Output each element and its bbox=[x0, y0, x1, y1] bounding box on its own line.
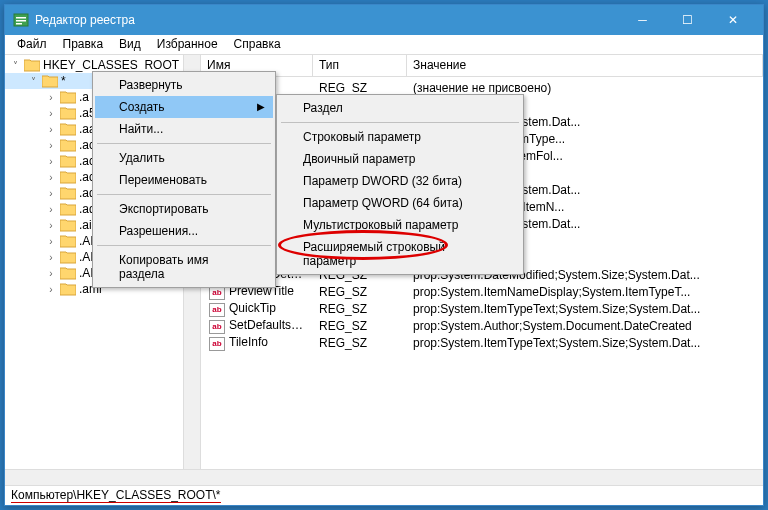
expander-icon[interactable]: › bbox=[45, 188, 57, 199]
expander-icon[interactable]: › bbox=[45, 268, 57, 279]
menu-file[interactable]: Файл bbox=[9, 35, 55, 54]
list-header: Имя Тип Значение bbox=[201, 55, 763, 77]
value-data: prop:System.ItemNameDisplay;System.ItemT… bbox=[407, 285, 763, 299]
ctx-rename[interactable]: Переименовать bbox=[95, 169, 273, 191]
ctx-new-binary[interactable]: Двоичный параметр bbox=[279, 148, 521, 170]
expander-icon[interactable]: › bbox=[45, 252, 57, 263]
ctx-delete[interactable]: Удалить bbox=[95, 147, 273, 169]
ctx-export[interactable]: Экспортировать bbox=[95, 198, 273, 220]
ctx-new-string[interactable]: Строковый параметр bbox=[279, 126, 521, 148]
value-type: REG_SZ bbox=[313, 81, 407, 95]
h-scrollbar[interactable] bbox=[5, 469, 763, 485]
submenu-arrow-icon: ▶ bbox=[257, 101, 265, 112]
col-type[interactable]: Тип bbox=[313, 55, 407, 76]
ctx-new-qword[interactable]: Параметр QWORD (64 бита) bbox=[279, 192, 521, 214]
value-data: prop:System.ItemTypeText;System.Size;Sys… bbox=[407, 336, 763, 350]
expander-icon[interactable]: › bbox=[45, 92, 57, 103]
string-value-icon: ab bbox=[209, 303, 225, 317]
col-value[interactable]: Значение bbox=[407, 55, 763, 76]
ctx-new-multistring[interactable]: Мультистроковый параметр bbox=[279, 214, 521, 236]
regedit-icon bbox=[13, 12, 29, 28]
value-name: QuickTip bbox=[229, 301, 276, 315]
ctx-separator bbox=[281, 122, 519, 123]
expander-icon[interactable]: ˅ bbox=[9, 60, 21, 71]
value-type: REG_SZ bbox=[313, 285, 407, 299]
value-data: prop:System.Author;System.Document.DateC… bbox=[407, 319, 763, 333]
svg-rect-2 bbox=[16, 20, 26, 22]
context-menu: Развернуть Создать▶ Найти... Удалить Пер… bbox=[92, 71, 276, 288]
menu-help[interactable]: Справка bbox=[226, 35, 289, 54]
expander-icon[interactable]: ˅ bbox=[27, 76, 39, 87]
menu-edit[interactable]: Правка bbox=[55, 35, 112, 54]
context-submenu-new: Раздел Строковый параметр Двоичный парам… bbox=[276, 94, 524, 275]
window-title: Редактор реестра bbox=[35, 13, 620, 27]
ctx-separator bbox=[97, 143, 271, 144]
menu-view[interactable]: Вид bbox=[111, 35, 149, 54]
tree-label: .ai bbox=[79, 218, 92, 232]
expander-icon[interactable]: › bbox=[45, 172, 57, 183]
minimize-button[interactable]: ─ bbox=[620, 6, 665, 34]
list-row[interactable]: abPreviewTitleREG_SZprop:System.ItemName… bbox=[201, 283, 763, 300]
ctx-new-dword[interactable]: Параметр DWORD (32 бита) bbox=[279, 170, 521, 192]
svg-rect-3 bbox=[16, 23, 22, 25]
tree-label: * bbox=[61, 74, 66, 88]
ctx-permissions[interactable]: Разрешения... bbox=[95, 220, 273, 242]
value-name: TileInfo bbox=[229, 335, 268, 349]
expander-icon[interactable]: › bbox=[45, 236, 57, 247]
ctx-find[interactable]: Найти... bbox=[95, 118, 273, 140]
status-path: Компьютер\HKEY_CLASSES_ROOT\* bbox=[11, 488, 221, 503]
value-data: (значение не присвоено) bbox=[407, 81, 763, 95]
expander-icon[interactable]: › bbox=[45, 124, 57, 135]
expander-icon[interactable]: › bbox=[45, 284, 57, 295]
expander-icon[interactable]: › bbox=[45, 204, 57, 215]
ctx-new-expandstring[interactable]: Расширяемый строковый параметр bbox=[279, 236, 521, 272]
expander-icon[interactable]: › bbox=[45, 220, 57, 231]
menu-favorites[interactable]: Избранное bbox=[149, 35, 226, 54]
string-value-icon: ab bbox=[209, 337, 225, 351]
ctx-separator bbox=[97, 245, 271, 246]
close-button[interactable]: ✕ bbox=[710, 6, 755, 34]
value-type: REG_SZ bbox=[313, 302, 407, 316]
value-type: REG_SZ bbox=[313, 319, 407, 333]
tree-label: .a bbox=[79, 90, 89, 104]
statusbar: Компьютер\HKEY_CLASSES_ROOT\* bbox=[5, 485, 763, 505]
titlebar[interactable]: Редактор реестра ─ ☐ ✕ bbox=[5, 5, 763, 35]
list-row[interactable]: abTileInfoREG_SZprop:System.ItemTypeText… bbox=[201, 334, 763, 351]
list-row[interactable]: abQuickTipREG_SZprop:System.ItemTypeText… bbox=[201, 300, 763, 317]
string-value-icon: ab bbox=[209, 320, 225, 334]
ctx-separator bbox=[97, 194, 271, 195]
menubar: Файл Правка Вид Избранное Справка bbox=[5, 35, 763, 55]
tree-label: HKEY_CLASSES_ROOT bbox=[43, 58, 179, 72]
expander-icon[interactable]: › bbox=[45, 108, 57, 119]
maximize-button[interactable]: ☐ bbox=[665, 6, 710, 34]
ctx-new-key[interactable]: Раздел bbox=[279, 97, 521, 119]
ctx-expand[interactable]: Развернуть bbox=[95, 74, 273, 96]
svg-rect-1 bbox=[16, 17, 26, 19]
value-data: prop:System.ItemTypeText;System.Size;Sys… bbox=[407, 302, 763, 316]
value-type: REG_SZ bbox=[313, 336, 407, 350]
ctx-new[interactable]: Создать▶ bbox=[95, 96, 273, 118]
expander-icon[interactable]: › bbox=[45, 156, 57, 167]
list-row[interactable]: abSetDefaultsForREG_SZprop:System.Author… bbox=[201, 317, 763, 334]
expander-icon[interactable]: › bbox=[45, 140, 57, 151]
ctx-copy-key-name[interactable]: Копировать имя раздела bbox=[95, 249, 273, 285]
value-name: SetDefaultsFor bbox=[229, 318, 309, 332]
